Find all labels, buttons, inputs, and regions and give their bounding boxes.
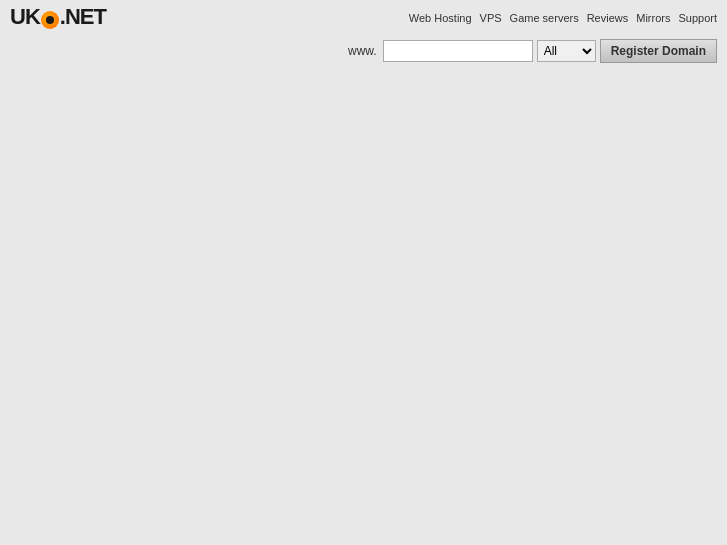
logo-circle-icon <box>41 11 59 29</box>
www-label: www. <box>348 44 377 58</box>
site-logo: UK.NET <box>10 6 106 29</box>
nav-game-servers[interactable]: Game servers <box>510 12 579 24</box>
nav-vps[interactable]: VPS <box>480 12 502 24</box>
logo-net: .NET <box>60 4 106 29</box>
nav-support[interactable]: Support <box>678 12 717 24</box>
nav-reviews[interactable]: Reviews <box>587 12 629 24</box>
register-domain-button[interactable]: Register Domain <box>600 39 717 63</box>
nav-web-hosting[interactable]: Web Hosting <box>409 12 472 24</box>
nav-mirrors[interactable]: Mirrors <box>636 12 670 24</box>
logo-uk: UK <box>10 4 40 29</box>
domain-search-bar: www. All .com .net .org .co.uk .info Reg… <box>0 33 727 69</box>
tld-select[interactable]: All .com .net .org .co.uk .info <box>537 40 596 62</box>
domain-input[interactable] <box>383 40 533 62</box>
main-nav: Web Hosting VPS Game servers Reviews Mir… <box>409 12 717 24</box>
